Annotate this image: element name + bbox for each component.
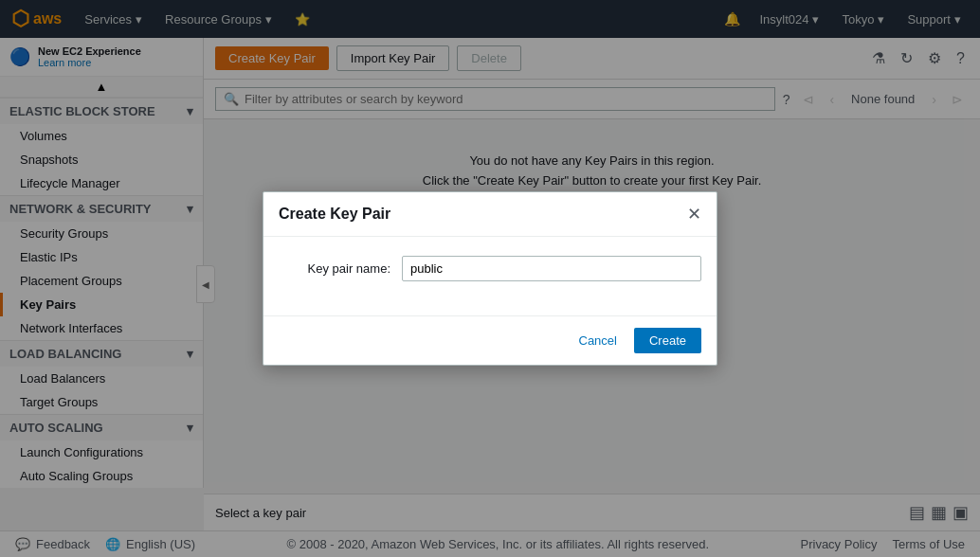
modal-cancel-button[interactable]: Cancel xyxy=(570,328,626,353)
modal-close-button[interactable]: ✕ xyxy=(687,204,701,225)
modal-title: Create Key Pair xyxy=(279,206,390,223)
key-pair-name-row: Key pair name: xyxy=(279,256,701,281)
modal-create-button[interactable]: Create xyxy=(634,328,701,353)
create-key-pair-modal: Create Key Pair ✕ Key pair name: Cancel … xyxy=(263,191,717,366)
modal-overlay: Create Key Pair ✕ Key pair name: Cancel … xyxy=(0,0,980,557)
modal-body: Key pair name: xyxy=(263,237,717,315)
key-pair-name-label: Key pair name: xyxy=(279,261,402,276)
modal-header: Create Key Pair ✕ xyxy=(263,192,717,237)
key-pair-name-input[interactable] xyxy=(402,256,701,281)
modal-footer: Cancel Create xyxy=(263,315,717,365)
